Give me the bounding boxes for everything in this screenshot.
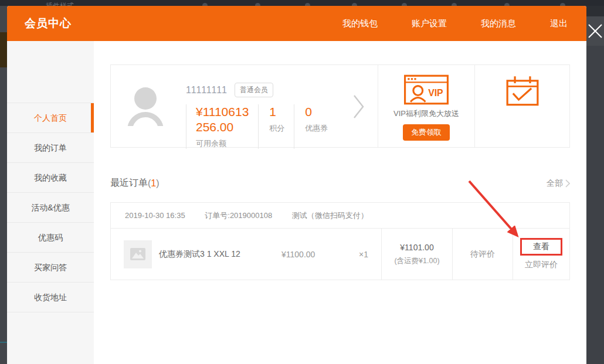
coupons-stat: 0 优惠券 (294, 104, 337, 149)
balance-value-line2: 256.00 (196, 120, 249, 135)
product-quantity: ×1 (342, 250, 375, 259)
order-action-cell: 查看 立即评价 (513, 229, 569, 280)
view-all-label: 全部 (547, 178, 563, 189)
order-product-cell: 优惠券测试3 1 XXL 12 ¥1100.00 ×1 (111, 229, 381, 280)
avatar-head-shape (134, 87, 157, 110)
recent-orders-title: 最近订单 (110, 177, 148, 189)
coupons-value: 0 (305, 104, 328, 120)
order-status-cell: 待评价 (452, 229, 513, 280)
vip-promo-cell: VIP VIP福利限免大放送 免费领取 (378, 65, 474, 147)
view-order-button[interactable]: 查看 (520, 238, 562, 256)
vip-promo-text: VIP福利限免大放送 (378, 108, 474, 119)
order-status: 待评价 (470, 249, 495, 260)
page-title: 会员中心 (25, 16, 72, 31)
background-line-fragment (0, 342, 7, 343)
balance-value-line1: ¥1110613 (196, 104, 249, 120)
order-header-row: 2019-10-30 16:35 订单号:2019000108 测试（微信扫码支… (111, 203, 569, 229)
nav-logout[interactable]: 退出 (550, 18, 568, 29)
nav-account-settings[interactable]: 账户设置 (412, 18, 447, 29)
profile-card: 11111111 普通会员 ¥1110613 256.00 可用余额 1 (110, 64, 570, 148)
review-now-button[interactable]: 立即评价 (525, 260, 558, 270)
sidebar-item-my-orders[interactable]: 我的订单 (7, 133, 94, 163)
profile-summary: 11111111 普通会员 ¥1110613 256.00 可用余额 1 (111, 65, 378, 147)
svg-text:VIP: VIP (428, 88, 443, 98)
sidebar-item-buyer-qa[interactable]: 买家问答 (7, 253, 94, 283)
member-center-modal: 会员中心 我的钱包 账户设置 我的消息 退出 个人首页 我的订单 我的收藏 活动… (7, 6, 586, 364)
free-claim-button[interactable]: 免费领取 (403, 124, 450, 141)
points-stat: 1 积分 (258, 104, 294, 149)
background-toolbar-label: 插件样式 (46, 1, 74, 6)
avatar (126, 87, 165, 126)
sidebar-item-personal-home[interactable]: 个人首页 (7, 103, 94, 133)
points-value: 1 (269, 104, 284, 120)
modal-header: 会员中心 我的钱包 账户设置 我的消息 退出 (7, 6, 586, 41)
recent-orders-count-paren: ) (156, 178, 159, 189)
sidebar-item-shipping-address[interactable]: 收货地址 (7, 283, 94, 312)
main-content: 11111111 普通会员 ¥1110613 256.00 可用余额 1 (94, 41, 586, 364)
background-logo-fragment (0, 32, 7, 67)
background-page-left-edge (0, 6, 7, 364)
background-page-topbar: 插件样式 (0, 0, 604, 6)
nav-my-wallet[interactable]: 我的钱包 (342, 18, 378, 29)
recent-orders-count: 1 (151, 178, 156, 189)
chevron-right-small-icon (565, 179, 570, 188)
sidebar-item-my-favorites[interactable]: 我的收藏 (7, 163, 94, 193)
chevron-right-icon (353, 94, 365, 119)
profile-detail-chevron[interactable] (353, 94, 365, 121)
sidebar-item-activities-offers[interactable]: 活动&优惠 (7, 193, 94, 223)
recent-orders-header: 最近订单(1) 全部 (110, 177, 570, 189)
username: 11111111 (186, 85, 228, 96)
profile-info: 11111111 普通会员 ¥1110613 256.00 可用余额 1 (186, 65, 337, 147)
calendar-check-icon (506, 76, 539, 106)
order-card: 2019-10-30 16:35 订单号:2019000108 测试（微信扫码支… (110, 202, 570, 280)
header-nav: 我的钱包 账户设置 我的消息 退出 (342, 18, 568, 29)
order-datetime: 2019-10-30 16:35 (125, 211, 185, 220)
order-shipping-note: (含运费¥1.00) (394, 256, 439, 266)
sidebar-item-coupon-code[interactable]: 优惠码 (7, 223, 94, 253)
member-level-badge: 普通会员 (235, 83, 273, 97)
order-total-amount: ¥1101.00 (400, 243, 433, 252)
close-button[interactable] (586, 16, 604, 46)
avatar-shoulders-shape (127, 112, 164, 126)
balance-stat: ¥1110613 256.00 可用余额 (186, 104, 258, 149)
points-label: 积分 (269, 123, 284, 134)
vip-browser-icon: VIP (404, 74, 449, 105)
signin-calendar-cell[interactable] (474, 65, 569, 147)
order-number: 订单号:2019000108 (205, 211, 272, 220)
order-remark: 测试（微信扫码支付） (292, 211, 368, 220)
view-all-orders-link[interactable]: 全部 (547, 178, 570, 189)
order-body-row: 优惠券测试3 1 XXL 12 ¥1100.00 ×1 ¥1101.00 (含运… (111, 229, 569, 280)
image-placeholder-icon (130, 248, 145, 260)
product-thumbnail[interactable] (124, 240, 152, 268)
nav-my-messages[interactable]: 我的消息 (481, 18, 516, 29)
product-price: ¥1100.00 (281, 250, 342, 259)
product-name[interactable]: 优惠券测试3 1 XXL 12 (159, 249, 281, 260)
sidebar-menu: 个人首页 我的订单 我的收藏 活动&优惠 优惠码 买家问答 收货地址 (7, 103, 94, 312)
modal-body: 个人首页 我的订单 我的收藏 活动&优惠 优惠码 买家问答 收货地址 (7, 41, 586, 364)
order-total-cell: ¥1101.00 (含运费¥1.00) (381, 229, 452, 280)
sidebar: 个人首页 我的订单 我的收藏 活动&优惠 优惠码 买家问答 收货地址 (7, 41, 94, 364)
background-overlay-corner (586, 6, 604, 16)
close-icon (588, 23, 603, 39)
balance-label: 可用余额 (196, 138, 249, 149)
coupons-label: 优惠券 (305, 123, 328, 134)
